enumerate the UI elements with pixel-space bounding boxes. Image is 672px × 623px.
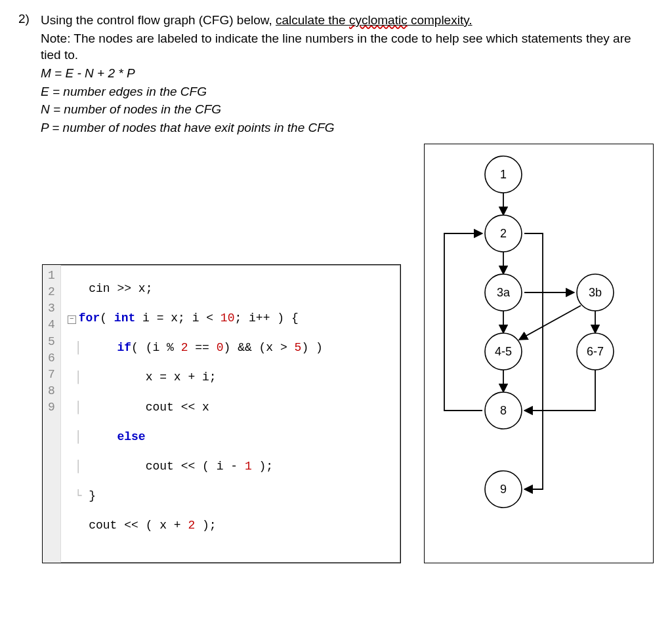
code-line: −for( int i = x; i < 10; i++ ) { (68, 310, 323, 327)
code-line: └ } (68, 488, 323, 504)
def-e: E = number edges in the CFG (41, 83, 654, 100)
question-line-1: Using the control flow graph (CFG) below… (41, 12, 654, 29)
code-line: cout << ( x + 2 ); (68, 517, 323, 534)
node-label: 1 (500, 168, 507, 181)
code-line: │ if( (i % 2 == 0) && (x > 5) ) (68, 340, 323, 356)
question-block: 2) Using the control flow graph (CFG) be… (18, 12, 654, 137)
code-text: ) ) (301, 341, 322, 354)
cfg-svg: 1 2 3a 3b 4-5 6-7 8 9 (431, 148, 648, 555)
fold-icon[interactable]: − (68, 315, 76, 324)
code-panel: 1 2 3 4 5 6 7 8 9 cin >> x; −for( int i … (42, 264, 401, 564)
num: 1 (245, 460, 252, 473)
kw: else (117, 430, 145, 443)
node-label: 2 (500, 227, 507, 240)
kw: int (114, 312, 135, 325)
node-label: 6-7 (587, 345, 604, 358)
q-text: Using the control flow graph (CFG) below… (41, 13, 276, 27)
line-num: 8 (48, 383, 55, 399)
cfg-diagram: 1 2 3a 3b 4-5 6-7 8 9 (424, 144, 654, 563)
code-text: cout << ( x + (89, 519, 188, 532)
line-num: 6 (48, 350, 55, 367)
def-n: N = number of nodes in the CFG (41, 101, 654, 118)
code-text: ( (i % (131, 341, 181, 354)
formula: M = E - N + 2 * P (41, 65, 654, 82)
q-underline-b: complexity. (408, 13, 472, 27)
code-text: cin >> x; (89, 282, 152, 295)
def-p: P = number of nodes that have exit point… (41, 119, 654, 136)
code-line: │ x = x + i; (68, 369, 323, 386)
num: 0 (217, 341, 224, 354)
question-line-2: Note: The nodes are labeled to indicate … (41, 30, 654, 64)
line-num: 5 (48, 334, 55, 350)
code-text: } (89, 489, 96, 502)
code-text: cout << x (146, 401, 209, 414)
code-line: │ else (68, 429, 323, 445)
question-body: Using the control flow graph (CFG) below… (41, 12, 654, 137)
edge-2-9 (524, 233, 543, 489)
line-num: 9 (48, 399, 55, 416)
code-line: │ cout << ( i - 1 ); (68, 458, 323, 475)
code-line: │ cout << x (68, 399, 323, 416)
node-label: 9 (500, 483, 507, 496)
node-label: 8 (500, 404, 507, 417)
edge-8-2 (444, 233, 482, 411)
kw: for (79, 312, 100, 325)
code-line: cin >> x; (68, 281, 323, 297)
code-text: x = x + i; (146, 371, 217, 384)
code-text: ( (100, 312, 114, 325)
edge-3b-45 (519, 306, 581, 340)
num: 2 (181, 341, 188, 354)
q-wavy: cyclomatic (349, 13, 408, 27)
code-text: ) && (x > (224, 341, 295, 354)
node-label: 3a (497, 286, 511, 299)
q-underline-a: calculate the (276, 13, 349, 27)
line-num: 4 (48, 317, 55, 333)
code-body: cin >> x; −for( int i = x; i < 10; i++ )… (61, 265, 329, 563)
num: 5 (295, 341, 302, 354)
line-num: 2 (48, 284, 55, 300)
line-gutter: 1 2 3 4 5 6 7 8 9 (43, 265, 61, 563)
line-num: 7 (48, 367, 55, 383)
code-text: cout << ( i - (146, 460, 245, 473)
code-text: i = x; i < (135, 312, 220, 325)
question-number: 2) (18, 12, 34, 26)
code-text: == (188, 341, 217, 354)
num: 10 (220, 312, 235, 325)
node-label: 4-5 (495, 345, 512, 358)
node-label: 3b (589, 286, 602, 299)
kw: if (117, 341, 131, 354)
edge-67-8 (524, 370, 595, 411)
num: 2 (188, 519, 195, 532)
code-text: ); (252, 460, 273, 473)
code-text: ); (195, 519, 216, 532)
line-num: 1 (48, 268, 55, 284)
code-text: ; i++ ) { (234, 312, 298, 325)
panels-row: 1 2 3 4 5 6 7 8 9 cin >> x; −for( int i … (18, 144, 654, 563)
line-num: 3 (48, 300, 55, 317)
